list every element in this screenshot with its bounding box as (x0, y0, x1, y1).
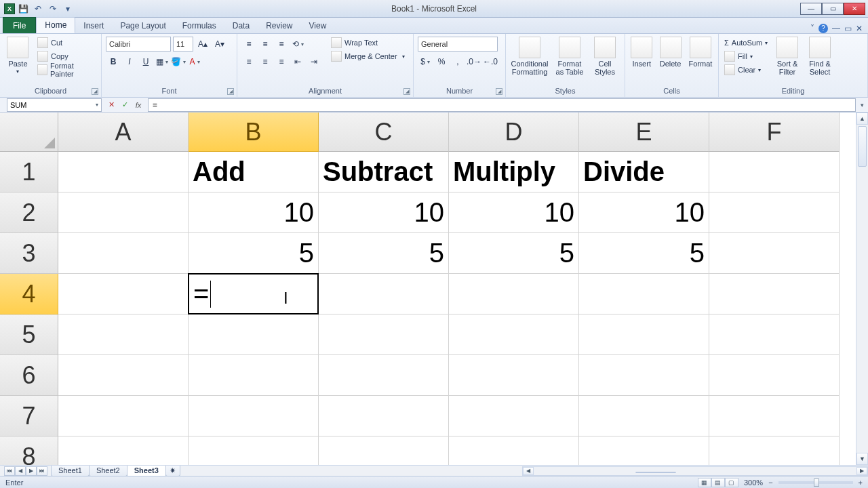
cell-E1[interactable]: Divide (579, 152, 709, 192)
new-sheet-button[interactable]: ✷ (165, 466, 180, 476)
cell-B8[interactable] (189, 436, 319, 465)
scroll-up-button[interactable]: ▲ (856, 113, 868, 125)
tab-page-layout[interactable]: Page Layout (112, 18, 174, 33)
cell-B3[interactable]: 5 (189, 233, 319, 274)
format-painter-button[interactable]: Format Painter (36, 64, 97, 76)
bold-button[interactable]: B (106, 54, 121, 69)
fill-color-button[interactable]: 🪣 (171, 54, 186, 69)
sheet-tab-sheet1[interactable]: Sheet1 (51, 466, 90, 476)
cell-D7[interactable] (449, 396, 579, 436)
customize-qat[interactable]: ▾ (61, 2, 75, 16)
insert-cells-button[interactable]: Insert (629, 37, 654, 68)
cell-A1[interactable] (58, 152, 189, 192)
decrease-indent-icon[interactable]: ⇤ (290, 54, 305, 69)
cell-E2[interactable]: 10 (579, 192, 709, 233)
first-sheet-button[interactable]: ⏮ (4, 466, 15, 476)
row-header-4[interactable]: 4 (0, 274, 58, 314)
sort-filter-button[interactable]: Sort & Filter (773, 37, 802, 76)
cell-C5[interactable] (319, 314, 449, 355)
zoom-out-button[interactable]: − (768, 479, 772, 487)
tab-review[interactable]: Review (258, 18, 300, 33)
tab-home[interactable]: Home (36, 17, 75, 33)
enter-formula-button[interactable]: ✓ (119, 100, 130, 110)
merge-center-button[interactable]: Merge & Center▾ (330, 50, 406, 62)
cell-A8[interactable] (58, 436, 189, 465)
orientation-icon[interactable]: ⟲ (290, 37, 305, 52)
cancel-formula-button[interactable]: ✕ (106, 100, 117, 110)
row-header-3[interactable]: 3 (0, 233, 58, 274)
scroll-down-button[interactable]: ▼ (856, 453, 868, 465)
cell-F7[interactable] (709, 396, 840, 436)
cell-C8[interactable] (319, 436, 449, 465)
row-header-6[interactable]: 6 (0, 355, 58, 396)
scroll-right-button[interactable]: ▶ (856, 467, 867, 475)
fill-button[interactable]: Fill▾ (723, 50, 769, 62)
row-header-5[interactable]: 5 (0, 314, 58, 355)
cell-F4[interactable] (709, 274, 840, 314)
page-layout-view-button[interactable]: ▤ (711, 478, 725, 487)
cell-A6[interactable] (58, 355, 189, 396)
cell-A2[interactable] (58, 192, 189, 233)
save-button[interactable]: 💾 (16, 2, 30, 16)
cell-E3[interactable]: 5 (579, 233, 709, 274)
cell-A4[interactable] (58, 274, 189, 314)
prev-sheet-button[interactable]: ◀ (15, 466, 26, 476)
cell-B6[interactable] (189, 355, 319, 396)
delete-cells-button[interactable]: Delete (658, 37, 682, 68)
name-box[interactable]: SUM▾ (7, 98, 102, 112)
select-all-button[interactable] (0, 113, 58, 152)
cell-D1[interactable]: Multiply (449, 152, 579, 192)
column-header-C[interactable]: C (319, 113, 449, 152)
format-as-table-button[interactable]: Format as Table (553, 37, 586, 76)
zoom-slider-thumb[interactable] (814, 479, 819, 487)
cell-D8[interactable] (449, 436, 579, 465)
align-left-icon[interactable]: ≡ (241, 54, 256, 69)
currency-button[interactable]: $ (418, 54, 433, 69)
paste-button[interactable]: Paste▾ (4, 37, 32, 75)
cell-C1[interactable]: Subtract (319, 152, 449, 192)
vertical-scrollbar[interactable]: ▲ ▼ (856, 113, 868, 465)
minimize-ribbon-icon[interactable]: ˅ (810, 24, 814, 33)
active-cell[interactable]: = (188, 273, 319, 314)
row-header-2[interactable]: 2 (0, 192, 58, 233)
scroll-left-button[interactable]: ◀ (523, 467, 534, 475)
format-cells-button[interactable]: Format (687, 37, 714, 68)
increase-indent-icon[interactable]: ⇥ (307, 54, 321, 69)
tab-view[interactable]: View (301, 18, 335, 33)
horizontal-scrollbar[interactable]: ◀ ▶ (522, 466, 868, 476)
cell-B7[interactable] (189, 396, 319, 436)
cell-A7[interactable] (58, 396, 189, 436)
cell-B2[interactable]: 10 (189, 192, 319, 233)
align-center-icon[interactable]: ≡ (258, 54, 273, 69)
workbook-minimize-icon[interactable]: — (832, 24, 840, 33)
undo-button[interactable]: ↶ (31, 2, 45, 16)
sheet-tab-sheet3[interactable]: Sheet3 (127, 466, 166, 476)
autosum-button[interactable]: ΣAutoSum▾ (723, 37, 769, 49)
cell-D3[interactable]: 5 (449, 233, 579, 274)
formula-input[interactable]: = (148, 98, 856, 112)
cell-C6[interactable] (319, 355, 449, 396)
normal-view-button[interactable]: ▦ (698, 478, 711, 487)
align-bottom-icon[interactable]: ≡ (274, 37, 289, 52)
sheet-tab-sheet2[interactable]: Sheet2 (89, 466, 127, 476)
cut-button[interactable]: Cut (36, 37, 97, 49)
workbook-close-icon[interactable]: ✕ (856, 24, 863, 33)
wrap-text-button[interactable]: Wrap Text (330, 37, 406, 49)
font-size-input[interactable] (173, 37, 193, 52)
cell-B5[interactable] (189, 314, 319, 355)
tab-formulas[interactable]: Formulas (174, 18, 224, 33)
cell-F5[interactable] (709, 314, 840, 355)
minimize-button[interactable]: — (800, 3, 822, 15)
cell-styles-button[interactable]: Cell Styles (590, 37, 620, 76)
tab-data[interactable]: Data (224, 18, 258, 33)
row-headers[interactable]: 12345678 (0, 152, 58, 465)
zoom-level[interactable]: 300% (744, 479, 763, 487)
cell-F3[interactable] (709, 233, 840, 274)
maximize-button[interactable]: ▭ (822, 3, 844, 15)
cell-F1[interactable] (709, 152, 840, 192)
cell-C7[interactable] (319, 396, 449, 436)
tab-file[interactable]: File (3, 17, 36, 33)
workbook-restore-icon[interactable]: ▭ (844, 24, 852, 33)
close-button[interactable]: ✕ (844, 3, 865, 15)
italic-button[interactable]: I (122, 54, 137, 69)
